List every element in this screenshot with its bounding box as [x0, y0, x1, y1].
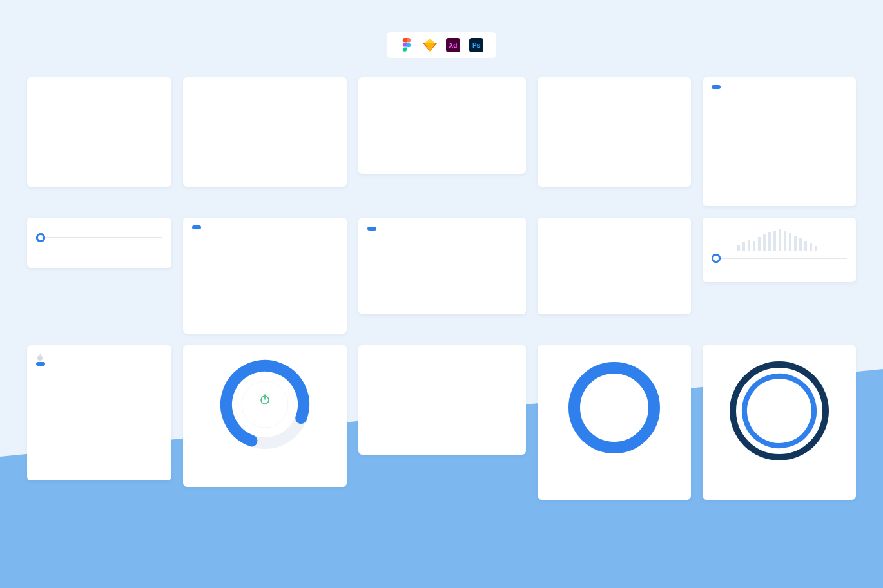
svg-rect-20 — [815, 246, 817, 251]
card-your-money — [183, 77, 347, 187]
card-monthly-area — [183, 218, 347, 334]
card-weekly-area — [358, 77, 526, 174]
sketch-icon — [423, 38, 437, 52]
slider-handle-max[interactable] — [712, 254, 721, 263]
histogram-icon — [712, 225, 847, 251]
ring-svg — [721, 353, 837, 469]
area-svg — [215, 225, 338, 309]
areas-svg — [396, 353, 512, 446]
svg-rect-9 — [758, 237, 761, 251]
slider-track[interactable] — [36, 237, 162, 238]
bars — [63, 85, 162, 162]
svg-rect-15 — [789, 233, 791, 251]
tooltip — [712, 85, 721, 89]
slider-handle-max[interactable] — [36, 233, 45, 242]
card-sqft-slider[interactable] — [27, 218, 171, 268]
card-power-cancel — [183, 345, 347, 487]
svg-rect-7 — [748, 240, 750, 251]
svg-rect-5 — [737, 245, 740, 251]
svg-rect-8 — [753, 241, 755, 251]
card-wave-total — [358, 218, 526, 314]
svg-text:Ps: Ps — [472, 42, 481, 49]
photoshop-icon: Ps — [469, 38, 483, 52]
card-monthly-bars — [27, 77, 171, 187]
lines-svg — [547, 85, 682, 149]
svg-rect-6 — [742, 242, 745, 251]
card-kcal — [27, 345, 171, 480]
card-mb-dual — [358, 345, 526, 455]
tooltip — [367, 227, 376, 231]
svg-rect-13 — [779, 229, 781, 251]
power-icon[interactable] — [258, 393, 271, 408]
tooltip — [36, 362, 45, 366]
svg-rect-10 — [763, 234, 766, 251]
tool-icons: Xd Ps — [387, 32, 496, 58]
flame-icon — [36, 353, 44, 362]
slider-track[interactable] — [712, 258, 847, 259]
tooltip — [192, 225, 201, 229]
area-svg — [394, 85, 517, 149]
svg-rect-17 — [799, 238, 802, 251]
bars — [735, 91, 847, 175]
svg-rect-14 — [784, 231, 786, 251]
wave-svg — [367, 237, 503, 295]
card-end-in — [538, 218, 691, 314]
svg-text:Xd: Xd — [449, 42, 458, 49]
svg-point-0 — [407, 43, 411, 47]
card-grid — [0, 58, 883, 500]
card-transaction — [538, 77, 691, 187]
svg-point-27 — [574, 368, 654, 448]
bars — [36, 377, 162, 461]
gauge-arc — [207, 85, 323, 148]
svg-rect-16 — [794, 236, 797, 251]
card-histogram-slider[interactable] — [703, 218, 856, 282]
card-running-biking — [703, 77, 856, 206]
svg-rect-18 — [804, 241, 807, 251]
kcal-heading — [36, 353, 162, 362]
svg-rect-11 — [768, 232, 771, 251]
xd-icon: Xd — [446, 38, 460, 52]
svg-rect-19 — [810, 243, 812, 251]
ring-svg — [559, 353, 669, 462]
svg-rect-12 — [773, 231, 776, 251]
card-percent-ring — [538, 345, 691, 500]
card-steps-ring — [703, 345, 856, 500]
page-title — [0, 0, 883, 23]
figma-icon — [400, 38, 414, 52]
arc-svg — [550, 225, 679, 296]
